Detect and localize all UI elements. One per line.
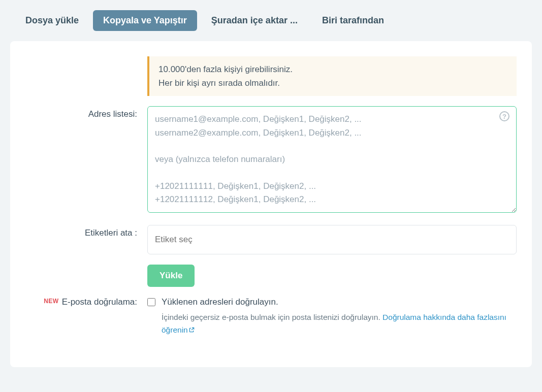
info-line-2: Her bir kişi ayrı sırada olmalıdır. bbox=[158, 76, 507, 90]
tags-label: Etiketleri ata : bbox=[25, 225, 147, 238]
verify-desc-text: İçindeki geçersiz e-posta bulmak için po… bbox=[162, 313, 382, 321]
info-line-1: 10.000'den fazla kişiyi girebilirsiniz. bbox=[158, 62, 507, 76]
address-list-input[interactable] bbox=[147, 106, 517, 213]
upload-button[interactable]: Yükle bbox=[147, 265, 195, 287]
tab-upload-file[interactable]: Dosya yükle bbox=[15, 10, 89, 31]
verify-description: İçindeki geçersiz e-posta bulmak için po… bbox=[147, 311, 517, 337]
tabs: Dosya yükle Kopyala ve Yapıştır Şuradan … bbox=[15, 10, 532, 31]
new-badge: NEW bbox=[44, 298, 59, 305]
info-box: 10.000'den fazla kişiyi girebilirsiniz. … bbox=[147, 56, 517, 96]
verify-checkbox-label: Yüklenen adresleri doğrulayın. bbox=[162, 297, 278, 307]
verify-checkbox[interactable] bbox=[147, 298, 155, 306]
form-panel: 10.000'den fazla kişiyi girebilirsiniz. … bbox=[10, 41, 532, 367]
tags-input[interactable] bbox=[147, 225, 517, 254]
address-list-label: Adres listesi: bbox=[25, 106, 147, 119]
tab-by-someone[interactable]: Biri tarafından bbox=[312, 10, 394, 31]
tab-copy-paste[interactable]: Kopyala ve Yapıştır bbox=[93, 10, 197, 31]
tab-import-from[interactable]: Şuradan içe aktar ... bbox=[201, 10, 308, 31]
external-link-icon bbox=[189, 327, 195, 333]
verify-label: E-posta doğrulama: bbox=[62, 297, 137, 307]
verify-checkbox-line[interactable]: Yüklenen adresleri doğrulayın. bbox=[147, 297, 517, 307]
